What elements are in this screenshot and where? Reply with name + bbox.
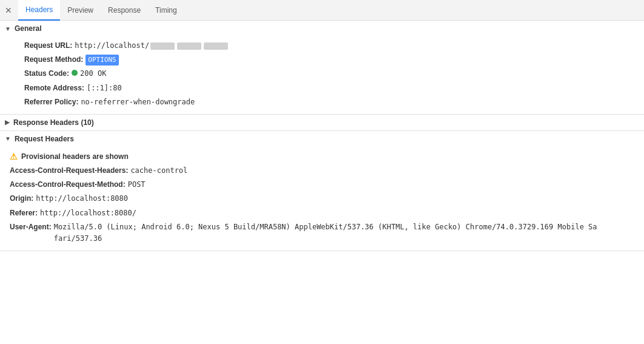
request-headers-title: Request Headers [15,135,74,143]
field-remote-address: Remote Address: [::1]:80 [15,81,644,95]
field-request-url: Request URL: http://localhost/ [15,39,644,53]
close-button[interactable]: ✕ [2,4,15,16]
field-origin: Origin: http://localhost:8080 [0,192,644,206]
tab-headers[interactable]: Headers [18,0,60,21]
blurred-url-3 [204,42,228,50]
field-referrer-policy: Referrer Policy: no-referrer-when-downgr… [15,95,644,109]
field-acr-headers: Access-Control-Request-Headers: cache-co… [0,164,644,178]
tab-timing[interactable]: Timing [148,0,184,21]
request-headers-section: ▼ Request Headers ⚠ Provisional headers … [0,131,644,251]
field-referer: Referer: http://localhost:8080/ [0,206,644,220]
tab-preview[interactable]: Preview [60,0,101,21]
request-headers-body: ⚠ Provisional headers are shown Access-C… [0,147,644,251]
field-user-agent: User-Agent: Mozilla/5.0 (Linux; Android … [0,220,644,246]
provisional-warning: ⚠ Provisional headers are shown [0,149,644,164]
status-dot-icon [72,70,78,76]
field-status-code: Status Code: 200 OK [15,67,644,81]
method-badge: OPTIONS [86,55,118,66]
response-headers-title: Response Headers (10) [13,118,94,127]
request-headers-header[interactable]: ▼ Request Headers [0,131,644,147]
warning-icon: ⚠ [10,152,18,161]
tab-response[interactable]: Response [101,0,148,21]
content-area: ▼ General Request URL: http://localhost/… [0,21,644,251]
general-arrow-icon: ▼ [5,25,11,32]
response-headers-arrow-icon: ▶ [5,119,10,126]
response-headers-header[interactable]: ▶ Response Headers (10) [0,115,644,130]
tab-bar: ✕ Headers Preview Response Timing [0,0,644,21]
request-headers-arrow-icon: ▼ [5,135,11,142]
field-acr-method: Access-Control-Request-Method: POST [0,178,644,192]
general-section-body: Request URL: http://localhost/ Request M… [0,36,644,114]
general-title: General [15,24,42,33]
general-section-header[interactable]: ▼ General [0,21,644,36]
response-headers-section: ▶ Response Headers (10) [0,115,644,131]
general-section: ▼ General Request URL: http://localhost/… [0,21,644,115]
field-request-method: Request Method: OPTIONS [15,53,644,67]
blurred-url-2 [177,42,201,50]
blurred-url-1 [150,42,175,50]
